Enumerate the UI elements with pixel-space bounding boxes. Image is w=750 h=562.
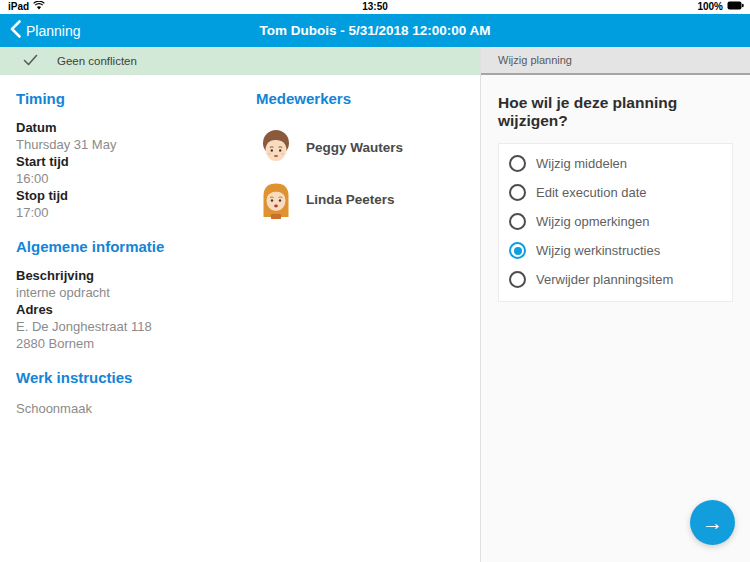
section-heading: Algemene informatie <box>16 238 256 256</box>
battery-icon <box>727 1 744 12</box>
field-label: Stop tijd <box>16 187 256 204</box>
employees-section: Medewerkers <box>256 90 480 426</box>
back-button[interactable]: Planning <box>10 14 81 47</box>
option-edit-execution-date[interactable]: Edit execution date <box>499 178 732 207</box>
status-bar: iPad 13:50 100% <box>0 0 750 14</box>
section-heading: Timing <box>16 90 256 108</box>
employee-name: Linda Peeters <box>306 192 395 207</box>
field-label: Beschrijving <box>16 267 256 284</box>
battery-percent: 100% <box>697 1 723 12</box>
section-heading: Werk instructies <box>16 369 256 387</box>
options-card: Wijzig middelen Edit execution date Wijz… <box>498 143 733 302</box>
page-title: Tom Dubois - 5/31/2018 12:00:00 AM <box>0 14 750 47</box>
edit-planning-panel: Wijzig planning Hoe wil je deze planning… <box>480 47 750 562</box>
nav-bar: Planning Tom Dubois - 5/31/2018 12:00:00… <box>0 14 750 47</box>
no-conflicts-banner: Geen conflicten <box>0 47 480 75</box>
field-label: Datum <box>16 119 256 136</box>
option-verwijder-planningsitem[interactable]: Verwijder planningsitem <box>499 265 732 294</box>
banner-text: Geen conflicten <box>57 55 137 67</box>
field-value: interne opdracht <box>16 284 256 301</box>
option-wijzig-middelen[interactable]: Wijzig middelen <box>499 149 732 178</box>
section-general-info: Algemene informatie Beschrijving interne… <box>16 238 256 352</box>
field-value: 2880 Bornem <box>16 335 256 352</box>
radio-icon <box>509 242 526 259</box>
option-wijzig-opmerkingen[interactable]: Wijzig opmerkingen <box>499 207 732 236</box>
section-heading: Medewerkers <box>256 90 480 108</box>
next-button[interactable]: → <box>690 500 735 545</box>
avatar <box>256 179 296 219</box>
option-wijzig-werkinstructies[interactable]: Wijzig werkinstructies <box>499 236 732 265</box>
panel-header: Wijzig planning <box>481 47 750 75</box>
radio-icon <box>509 184 526 201</box>
employee-row[interactable]: Linda Peeters <box>256 173 480 225</box>
field-value: Schoonmaak <box>16 400 256 417</box>
panel-question: Hoe wil je deze planning wijzigen? <box>498 75 733 130</box>
arrow-right-icon: → <box>702 511 723 535</box>
back-button-label: Planning <box>26 23 81 39</box>
field-value: E. De Jonghestraat 118 <box>16 318 256 335</box>
planning-details: Timing Datum Thursday 31 May Start tijd … <box>16 90 256 426</box>
field-label: Start tijd <box>16 153 256 170</box>
clock: 13:50 <box>0 1 750 12</box>
radio-icon <box>509 155 526 172</box>
chevron-left-icon <box>10 20 21 42</box>
field-value: 16:00 <box>16 170 256 187</box>
field-label: Adres <box>16 301 256 318</box>
employee-row[interactable]: Peggy Wauters <box>256 121 480 173</box>
employee-name: Peggy Wauters <box>306 140 403 155</box>
field-value: 17:00 <box>16 204 256 221</box>
avatar <box>256 127 296 167</box>
detail-pane: Geen conflicten Timing Datum Thursday 31… <box>0 47 480 562</box>
section-work-instructions: Werk instructies Schoonmaak <box>16 369 256 417</box>
radio-icon <box>509 271 526 288</box>
checkmark-icon <box>23 52 38 70</box>
field-value: Thursday 31 May <box>16 136 256 153</box>
radio-icon <box>509 213 526 230</box>
section-timing: Timing Datum Thursday 31 May Start tijd … <box>16 90 256 221</box>
